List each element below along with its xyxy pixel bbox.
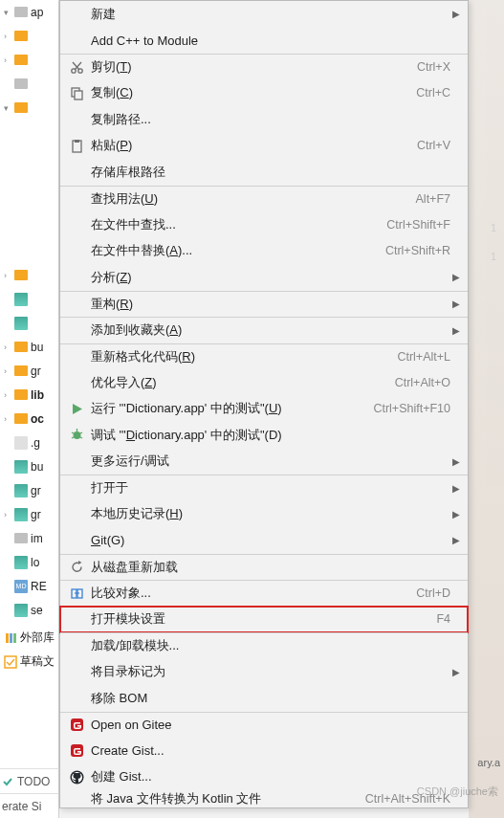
tree-item[interactable] [0,167,58,191]
tree-scratches[interactable]: 草稿文 [0,650,58,674]
tree-item[interactable]: se [0,598,58,622]
menu-item[interactable]: 移除 BOM [60,685,468,712]
tree-item[interactable] [0,144,58,167]
folder-icon [14,78,28,89]
generate-tool[interactable]: erate Si [0,793,59,818]
menu-label: 查找用法(U) [91,190,416,208]
menu-label: 创建 Gist... [91,768,450,785]
folder-icon [14,365,28,376]
svg-rect-2 [13,633,16,643]
menu-item[interactable]: 重构(R)▶ [60,291,468,318]
caret-icon: › [4,414,11,424]
menu-label: 分析(Z) [91,269,450,286]
submenu-arrow-icon: ▶ [452,483,460,494]
folder-icon [14,270,28,280]
tree-item[interactable] [0,72,58,96]
icon-placeholder [68,164,85,181]
menu-item[interactable]: 加载/卸载模块... [60,632,468,659]
tree-item[interactable] [0,239,58,263]
menu-item[interactable]: 调试 '"Dictionary.app' 中的测试"(D) [60,422,468,449]
menu-item[interactable]: 分析(Z)▶ [60,264,468,291]
menu-item[interactable]: 查找用法(U)Alt+F7 [60,186,468,212]
menu-item[interactable]: Git(G)▶ [60,527,468,554]
tree-label: 草稿文 [20,653,55,670]
menu-item[interactable]: 复制路径... [60,106,468,133]
todo-tool[interactable]: TODO [0,768,59,793]
menu-item[interactable]: 打开模块设置F4 [60,607,468,633]
tree-item[interactable] [0,287,58,311]
menu-item[interactable]: 新建▶ [60,1,468,28]
run-icon [68,400,85,417]
menu-item[interactable]: 比较对象...Ctrl+D [60,580,468,607]
tree-external-libs[interactable]: 外部库 [0,626,58,650]
tree-item[interactable]: › [0,48,58,72]
menu-item[interactable]: 在文件中替换(A)...Ctrl+Shift+R [60,238,468,265]
tree-item[interactable] [0,215,58,239]
tree-label: gr [31,365,41,378]
menu-item[interactable]: Open on Gitee [60,712,468,739]
tree-item[interactable]: gr [0,478,58,502]
menu-shortcut: Ctrl+Shift+F [386,218,450,232]
icon-placeholder [68,242,85,259]
tree-label: .g [31,436,40,450]
project-tree[interactable]: ▾ap››▾››bu›gr›lib›oc.gbugr›grimloMDREse … [0,0,59,818]
caret-icon: ▾ [4,8,11,17]
submenu-arrow-icon: ▶ [452,535,460,545]
menu-item[interactable]: 更多运行/调试▶ [60,449,468,475]
menu-item[interactable]: 本地历史记录(H)▶ [60,501,468,528]
tree-item[interactable] [0,120,58,144]
tree-item[interactable] [0,191,58,215]
tree-item[interactable] [0,311,58,335]
menu-item[interactable]: 优化导入(Z)Ctrl+Alt+O [60,369,468,396]
tree-item[interactable]: MDRE [0,574,58,598]
tree-item[interactable]: ›gr [0,359,58,383]
icon-placeholder [68,663,85,680]
menu-item[interactable]: 粘贴(P)Ctrl+V [60,133,468,160]
tree-label: se [31,604,43,617]
tree-item[interactable]: bu [0,454,58,478]
menu-item[interactable]: 创建 Gist... [60,764,468,791]
menu-item[interactable]: 从磁盘重新加载 [60,554,468,581]
menu-item[interactable]: 存储库根路径 [60,159,468,186]
menu-label: 移除 BOM [91,690,450,707]
tree-item[interactable]: ›bu [0,335,58,359]
menu-item[interactable]: 重新格式化代码(R)Ctrl+Alt+L [60,343,468,370]
tree-item[interactable]: ›oc [0,407,58,431]
menu-item[interactable]: 打开于▶ [60,475,468,501]
tree-item[interactable]: › [0,24,58,48]
submenu-arrow-icon: ▶ [452,9,460,19]
menu-shortcut: Ctrl+Alt+O [395,376,450,389]
icon-placeholder [68,348,85,365]
menu-item[interactable]: 在文件中查找...Ctrl+Shift+F [60,211,468,238]
menu-item[interactable]: 将 Java 文件转换为 Kotlin 文件Ctrl+Alt+Shift+K [60,790,468,807]
tree-item[interactable]: › [0,263,58,287]
caret-icon: › [4,55,11,65]
tree-item[interactable]: im [0,526,58,550]
tree-item[interactable]: ▾ [0,96,58,120]
menu-item[interactable]: 剪切(T)Ctrl+X [60,54,468,80]
menu-label: 更多运行/调试 [91,453,450,470]
menu-item[interactable]: Create Gist... [60,738,468,764]
tree-item[interactable]: .g [0,431,58,454]
icon-placeholder [68,610,85,628]
menu-label: 存储库根路径 [91,164,450,181]
submenu-arrow-icon: ▶ [452,325,460,336]
tree-item[interactable]: ▾ap [0,0,58,24]
menu-item[interactable]: Add C++ to Module [60,28,468,55]
menu-item[interactable]: 将目录标记为▶ [60,659,468,686]
menu-item[interactable]: 复制(C)Ctrl+C [60,80,468,107]
tree-item[interactable]: ›gr [0,502,58,526]
folder-icon [14,102,28,113]
tree-label: lo [31,556,39,569]
cut-icon [68,58,85,76]
caret-icon: › [4,510,11,520]
menu-item[interactable]: 运行 '"Dictionary.app' 中的测试"(U)Ctrl+Shift+… [60,396,468,423]
menu-label: 重新格式化代码(R) [91,348,397,365]
gradle-icon [14,508,28,521]
caret-icon: ▾ [4,103,11,113]
tree-item[interactable]: lo [0,550,58,574]
submenu-arrow-icon: ▶ [452,456,460,467]
tree-item[interactable]: ›lib [0,383,58,407]
gradle-icon [14,604,28,617]
menu-item[interactable]: 添加到收藏夹(A)▶ [60,317,468,343]
